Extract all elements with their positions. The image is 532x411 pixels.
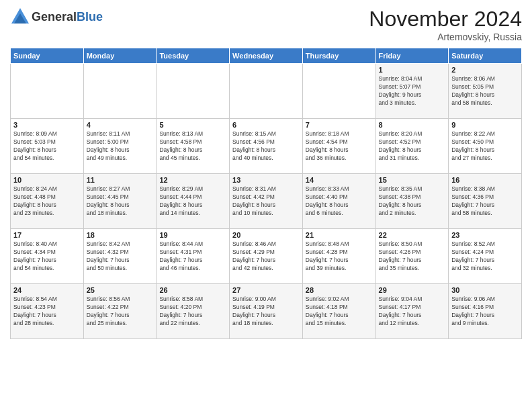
day-number: 7 xyxy=(306,121,373,129)
day-number: 26 xyxy=(159,286,226,294)
calendar-cell: 6Sunrise: 8:15 AM Sunset: 4:56 PM Daylig… xyxy=(230,119,303,174)
day-number: 23 xyxy=(451,231,519,239)
day-number: 9 xyxy=(451,121,519,129)
day-number: 12 xyxy=(159,176,226,184)
calendar: Sunday Monday Tuesday Wednesday Thursday… xyxy=(10,48,522,339)
day-info: Sunrise: 8:58 AM Sunset: 4:20 PM Dayligh… xyxy=(159,295,226,328)
day-number: 29 xyxy=(379,286,446,294)
day-info: Sunrise: 8:24 AM Sunset: 4:48 PM Dayligh… xyxy=(13,185,81,218)
col-thursday: Thursday xyxy=(302,48,375,64)
calendar-cell: 16Sunrise: 8:38 AM Sunset: 4:36 PM Dayli… xyxy=(449,174,522,229)
col-wednesday: Wednesday xyxy=(230,48,303,64)
calendar-week-0: 1Sunrise: 8:04 AM Sunset: 5:07 PM Daylig… xyxy=(11,64,522,119)
day-number: 11 xyxy=(87,176,154,184)
calendar-body: 1Sunrise: 8:04 AM Sunset: 5:07 PM Daylig… xyxy=(11,64,522,339)
day-info: Sunrise: 8:54 AM Sunset: 4:23 PM Dayligh… xyxy=(13,295,81,328)
day-number: 25 xyxy=(87,286,154,294)
calendar-cell: 3Sunrise: 8:09 AM Sunset: 5:03 PM Daylig… xyxy=(11,119,84,174)
day-info: Sunrise: 8:06 AM Sunset: 5:05 PM Dayligh… xyxy=(451,75,519,107)
logo-general-text: General xyxy=(32,10,77,24)
calendar-cell: 8Sunrise: 8:20 AM Sunset: 4:52 PM Daylig… xyxy=(375,119,449,174)
day-info: Sunrise: 8:42 AM Sunset: 4:32 PM Dayligh… xyxy=(87,240,154,273)
calendar-cell: 13Sunrise: 8:31 AM Sunset: 4:42 PM Dayli… xyxy=(230,174,303,229)
day-info: Sunrise: 8:22 AM Sunset: 4:50 PM Dayligh… xyxy=(451,130,519,163)
calendar-cell: 10Sunrise: 8:24 AM Sunset: 4:48 PM Dayli… xyxy=(11,174,84,229)
day-info: Sunrise: 8:20 AM Sunset: 4:52 PM Dayligh… xyxy=(379,130,446,163)
day-info: Sunrise: 8:29 AM Sunset: 4:44 PM Dayligh… xyxy=(159,185,226,218)
calendar-week-3: 17Sunrise: 8:40 AM Sunset: 4:34 PM Dayli… xyxy=(11,229,522,284)
subtitle: Artemovskiy, Russia xyxy=(369,32,522,42)
calendar-cell: 4Sunrise: 8:11 AM Sunset: 5:00 PM Daylig… xyxy=(83,119,157,174)
calendar-cell: 25Sunrise: 8:56 AM Sunset: 4:22 PM Dayli… xyxy=(83,284,157,339)
day-number: 6 xyxy=(232,121,300,129)
day-number: 28 xyxy=(306,286,373,294)
day-info: Sunrise: 8:35 AM Sunset: 4:38 PM Dayligh… xyxy=(379,185,446,218)
calendar-cell: 7Sunrise: 8:18 AM Sunset: 4:54 PM Daylig… xyxy=(302,119,375,174)
calendar-cell: 15Sunrise: 8:35 AM Sunset: 4:38 PM Dayli… xyxy=(375,174,449,229)
calendar-cell: 24Sunrise: 8:54 AM Sunset: 4:23 PM Dayli… xyxy=(11,284,84,339)
calendar-cell xyxy=(302,64,375,119)
calendar-cell xyxy=(83,64,157,119)
day-number: 1 xyxy=(379,66,446,74)
day-number: 24 xyxy=(13,286,81,294)
day-info: Sunrise: 8:11 AM Sunset: 5:00 PM Dayligh… xyxy=(87,130,154,163)
calendar-cell: 26Sunrise: 8:58 AM Sunset: 4:20 PM Dayli… xyxy=(157,284,230,339)
day-info: Sunrise: 9:00 AM Sunset: 4:19 PM Dayligh… xyxy=(232,295,300,328)
day-info: Sunrise: 8:44 AM Sunset: 4:31 PM Dayligh… xyxy=(159,240,226,273)
day-info: Sunrise: 9:02 AM Sunset: 4:18 PM Dayligh… xyxy=(306,295,373,328)
day-number: 17 xyxy=(13,231,81,239)
day-number: 10 xyxy=(13,176,81,184)
day-number: 16 xyxy=(451,176,519,184)
day-info: Sunrise: 8:56 AM Sunset: 4:22 PM Dayligh… xyxy=(87,295,154,328)
col-friday: Friday xyxy=(375,48,449,64)
calendar-cell: 1Sunrise: 8:04 AM Sunset: 5:07 PM Daylig… xyxy=(375,64,449,119)
calendar-cell: 20Sunrise: 8:46 AM Sunset: 4:29 PM Dayli… xyxy=(230,229,303,284)
day-number: 30 xyxy=(451,286,519,294)
col-tuesday: Tuesday xyxy=(157,48,230,64)
day-number: 19 xyxy=(159,231,226,239)
calendar-cell: 12Sunrise: 8:29 AM Sunset: 4:44 PM Dayli… xyxy=(157,174,230,229)
col-sunday: Sunday xyxy=(11,48,84,64)
day-number: 22 xyxy=(379,231,446,239)
day-info: Sunrise: 8:50 AM Sunset: 4:26 PM Dayligh… xyxy=(379,240,446,273)
day-info: Sunrise: 8:09 AM Sunset: 5:03 PM Dayligh… xyxy=(13,130,81,163)
month-title: November 2024 xyxy=(369,7,522,32)
calendar-cell xyxy=(157,64,230,119)
day-info: Sunrise: 8:27 AM Sunset: 4:45 PM Dayligh… xyxy=(87,185,154,218)
logo: GeneralBlue xyxy=(10,7,103,27)
day-info: Sunrise: 8:18 AM Sunset: 4:54 PM Dayligh… xyxy=(306,130,373,163)
day-info: Sunrise: 9:06 AM Sunset: 4:16 PM Dayligh… xyxy=(451,295,519,328)
page: GeneralBlue November 2024 Artemovskiy, R… xyxy=(0,0,532,411)
calendar-week-2: 10Sunrise: 8:24 AM Sunset: 4:48 PM Dayli… xyxy=(11,174,522,229)
calendar-cell: 28Sunrise: 9:02 AM Sunset: 4:18 PM Dayli… xyxy=(302,284,375,339)
day-info: Sunrise: 8:40 AM Sunset: 4:34 PM Dayligh… xyxy=(13,240,81,273)
day-info: Sunrise: 8:04 AM Sunset: 5:07 PM Dayligh… xyxy=(379,75,446,107)
calendar-cell: 18Sunrise: 8:42 AM Sunset: 4:32 PM Dayli… xyxy=(83,229,157,284)
day-info: Sunrise: 8:15 AM Sunset: 4:56 PM Dayligh… xyxy=(232,130,300,163)
day-info: Sunrise: 8:13 AM Sunset: 4:58 PM Dayligh… xyxy=(159,130,226,163)
day-number: 8 xyxy=(379,121,446,129)
calendar-cell: 21Sunrise: 8:48 AM Sunset: 4:28 PM Dayli… xyxy=(302,229,375,284)
day-info: Sunrise: 8:33 AM Sunset: 4:40 PM Dayligh… xyxy=(306,185,373,218)
calendar-cell: 29Sunrise: 9:04 AM Sunset: 4:17 PM Dayli… xyxy=(375,284,449,339)
day-info: Sunrise: 8:31 AM Sunset: 4:42 PM Dayligh… xyxy=(232,185,300,218)
day-info: Sunrise: 8:38 AM Sunset: 4:36 PM Dayligh… xyxy=(451,185,519,218)
day-info: Sunrise: 9:04 AM Sunset: 4:17 PM Dayligh… xyxy=(379,295,446,328)
day-info: Sunrise: 8:48 AM Sunset: 4:28 PM Dayligh… xyxy=(306,240,373,273)
header: GeneralBlue November 2024 Artemovskiy, R… xyxy=(10,7,522,42)
day-number: 4 xyxy=(87,121,154,129)
calendar-header: Sunday Monday Tuesday Wednesday Thursday… xyxy=(11,48,522,64)
day-number: 15 xyxy=(379,176,446,184)
day-number: 2 xyxy=(451,66,519,74)
calendar-cell: 11Sunrise: 8:27 AM Sunset: 4:45 PM Dayli… xyxy=(83,174,157,229)
calendar-cell: 5Sunrise: 8:13 AM Sunset: 4:58 PM Daylig… xyxy=(157,119,230,174)
day-number: 18 xyxy=(87,231,154,239)
calendar-cell: 9Sunrise: 8:22 AM Sunset: 4:50 PM Daylig… xyxy=(449,119,522,174)
day-info: Sunrise: 8:52 AM Sunset: 4:24 PM Dayligh… xyxy=(451,240,519,273)
calendar-cell: 19Sunrise: 8:44 AM Sunset: 4:31 PM Dayli… xyxy=(157,229,230,284)
col-saturday: Saturday xyxy=(449,48,522,64)
day-number: 13 xyxy=(232,176,300,184)
calendar-cell: 2Sunrise: 8:06 AM Sunset: 5:05 PM Daylig… xyxy=(449,64,522,119)
title-block: November 2024 Artemovskiy, Russia xyxy=(369,7,522,42)
calendar-week-1: 3Sunrise: 8:09 AM Sunset: 5:03 PM Daylig… xyxy=(11,119,522,174)
